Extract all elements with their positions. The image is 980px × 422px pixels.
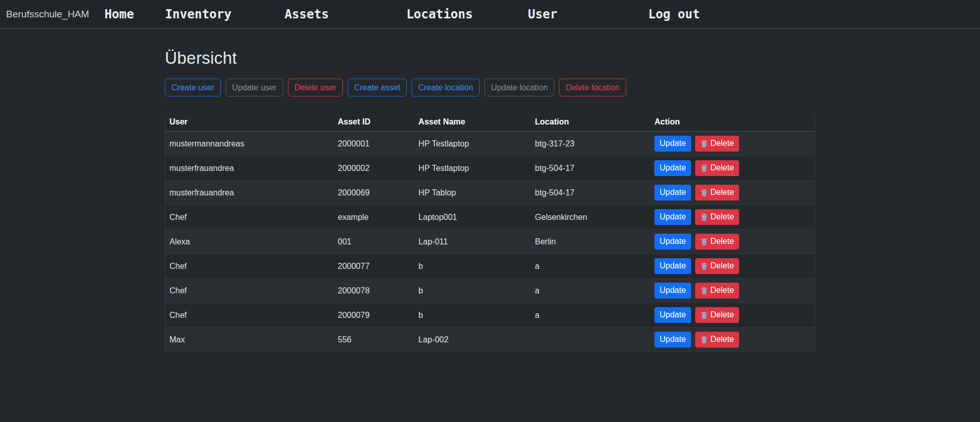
column-header: Asset Name [414,114,531,132]
cell-location: a [531,254,650,279]
trash-icon [700,311,708,319]
action-buttons: UpdateDelete [654,283,811,299]
cell-action: UpdateDelete [650,156,815,181]
delete-row-label: Delete [710,261,734,271]
cell-user: mustermannandreas [165,132,334,156]
nav-item-home[interactable]: Home [105,7,134,21]
cell-asset-id: 2000077 [334,254,414,279]
delete-row-label: Delete [710,285,734,296]
trash-icon [700,262,708,270]
delete-row-label: Delete [710,163,734,173]
create-asset-button[interactable]: Create asset [348,79,407,96]
update-row-button[interactable]: Update [654,234,691,250]
delete-user-button[interactable]: Delete user [288,79,343,96]
delete-row-button[interactable]: Delete [695,185,739,201]
update-row-button[interactable]: Update [654,258,691,274]
table-row: Chef2000079baUpdateDelete [165,303,815,328]
cell-asset-name: HP Testlaptop [414,156,531,181]
cell-user: Chef [165,254,334,279]
cell-user: Chef [165,279,334,303]
cell-asset-name: HP Testlaptop [414,132,531,156]
delete-location-button[interactable]: Delete location [559,79,626,96]
trash-icon [700,140,708,147]
nav-item-assets[interactable]: Assets [284,7,329,21]
delete-row-button[interactable]: Delete [695,136,739,152]
trash-icon [700,164,708,172]
cell-asset-name: b [414,279,531,303]
update-row-button[interactable]: Update [654,307,691,323]
nav-menu: HomeInventoryAssetsLocationsUserLog out [89,7,700,21]
nav-item-locations[interactable]: Locations [406,7,473,21]
cell-location: Berlin [531,230,650,254]
update-location-button[interactable]: Update location [484,79,554,96]
cell-asset-id: 556 [334,328,414,352]
action-buttons: UpdateDelete [654,258,811,274]
delete-row-button[interactable]: Delete [695,258,739,274]
cell-user: musterfrauandrea [165,156,334,181]
cell-asset-name: b [414,303,531,328]
delete-row-label: Delete [710,334,734,345]
column-header: Location [531,114,650,132]
cell-action: UpdateDelete [650,205,815,230]
nav-item-logout[interactable]: Log out [648,7,700,21]
update-row-button[interactable]: Update [654,209,691,225]
cell-asset-name: Lap-011 [414,230,531,254]
create-user-button[interactable]: Create user [165,79,221,96]
cell-location: btg-504-17 [531,181,650,205]
delete-row-button[interactable]: Delete [695,283,739,299]
cell-asset-name: HP Tablop [414,181,531,205]
delete-row-button[interactable]: Delete [695,160,739,176]
table-row: Max556Lap-002UpdateDelete [165,328,815,352]
cell-user: Chef [165,205,334,230]
action-buttons: UpdateDelete [654,332,811,347]
cell-action: UpdateDelete [650,328,815,352]
create-location-button[interactable]: Create location [411,79,480,96]
update-row-button[interactable]: Update [654,136,691,152]
cell-user: musterfrauandrea [165,181,334,205]
action-buttons: UpdateDelete [654,185,811,201]
delete-row-button[interactable]: Delete [695,332,739,347]
action-buttons: UpdateDelete [654,160,811,176]
table-row: mustermannandreas2000001HP Testlaptopbtg… [165,132,815,156]
update-row-button[interactable]: Update [654,160,691,176]
cell-action: UpdateDelete [650,303,815,328]
cell-asset-id: 2000001 [334,132,414,156]
cell-location [531,328,650,352]
update-row-button[interactable]: Update [654,185,691,201]
assets-table: UserAsset IDAsset NameLocationAction mus… [165,114,815,352]
delete-row-label: Delete [710,187,734,198]
trash-icon [700,189,708,196]
delete-row-button[interactable]: Delete [695,209,739,225]
delete-row-label: Delete [710,212,734,222]
delete-row-button[interactable]: Delete [695,307,739,323]
update-user-button[interactable]: Update user [226,79,283,96]
table-row: Chef2000078baUpdateDelete [165,279,815,303]
cell-action: UpdateDelete [650,279,815,303]
trash-icon [700,213,708,221]
navbar-brand[interactable]: Berufsschule_HAM [6,9,89,20]
delete-row-label: Delete [710,310,734,320]
delete-row-button[interactable]: Delete [695,234,739,250]
cell-location: a [531,303,650,328]
cell-action: UpdateDelete [650,181,815,205]
toolbar: Create userUpdate userDelete userCreate … [165,79,815,96]
nav-item-user[interactable]: User [528,7,557,21]
trash-icon [700,287,708,294]
table-row: ChefexampleLaptop001GelsenkirchenUpdateD… [165,205,815,230]
cell-user: Max [165,328,334,352]
cell-asset-id: example [334,205,414,230]
cell-asset-name: Lap-002 [414,328,531,352]
navbar: Berufsschule_HAM HomeInventoryAssetsLoca… [0,0,980,29]
update-row-button[interactable]: Update [654,332,691,347]
trash-icon [700,238,708,245]
cell-action: UpdateDelete [650,230,815,254]
content: Übersicht Create userUpdate userDelete u… [165,29,815,352]
table-row: Alexa001Lap-011BerlinUpdateDelete [165,230,815,254]
update-row-button[interactable]: Update [654,283,691,299]
cell-user: Alexa [165,230,334,254]
cell-asset-id: 2000069 [334,181,414,205]
cell-asset-id: 2000002 [334,156,414,181]
table-row: Chef2000077baUpdateDelete [165,254,815,279]
cell-asset-name: Laptop001 [414,205,531,230]
nav-item-inventory[interactable]: Inventory [165,7,231,21]
